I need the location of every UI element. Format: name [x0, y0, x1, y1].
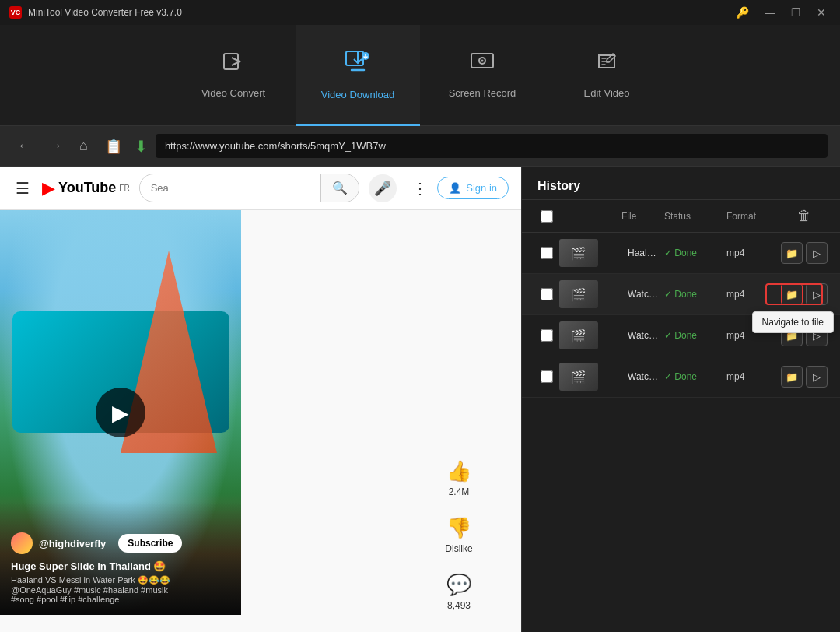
row-4-format: mp4 — [726, 371, 781, 382]
svg-rect-0 — [224, 54, 238, 69]
signin-button[interactable]: 👤 Sign in — [437, 177, 509, 199]
search-button[interactable]: 🔍 — [320, 174, 359, 202]
row-2-navigate-button[interactable]: 📁 — [781, 283, 803, 305]
history-table-header: File Status Format 🗑 — [522, 200, 840, 233]
youtube-header: ☰ ▶ YouTube FR 🔍 🎤 ⋮ 👤 Sign in — [0, 167, 521, 210]
row-3-thumb-inner: 🎬 — [559, 321, 598, 349]
video-download-icon — [344, 47, 372, 81]
row-4-navigate-button[interactable]: 📁 — [781, 366, 803, 388]
row-2-status: ✓ Done — [664, 289, 726, 300]
back-button[interactable]: ← — [12, 135, 36, 157]
screen-record-icon — [470, 49, 495, 79]
comment-count: 8,493 — [447, 600, 471, 611]
nav-screen-record[interactable]: Screen Record — [420, 25, 544, 126]
row-1-thumbnail: 🎬 — [559, 239, 598, 267]
signin-label: Sign in — [466, 182, 497, 194]
row-4-checkbox[interactable] — [541, 370, 553, 383]
edit-video-icon — [594, 49, 619, 79]
nav-video-convert[interactable]: Video Convert — [171, 25, 296, 126]
app-logo: VC — [9, 6, 22, 19]
address-bar: ← → ⌂ 📋 ⬇ — [0, 126, 840, 167]
svg-rect-1 — [346, 51, 363, 65]
minimize-button[interactable]: — — [760, 5, 780, 20]
row-1-status: ✓ Done — [664, 248, 726, 258]
row-1-checkbox-area — [534, 247, 559, 259]
window-controls: 🔑 — ❐ ✕ — [731, 5, 831, 20]
url-input[interactable] — [156, 134, 828, 158]
title-bar: VC MiniTool Video Converter Free v3.7.0 … — [0, 0, 840, 25]
close-button[interactable]: ✕ — [812, 5, 831, 20]
search-box[interactable]: 🔍 — [139, 174, 360, 202]
download-icon[interactable]: ⬇ — [135, 137, 148, 156]
video-tags: Haaland VS Messi in Water Park 🤩😂😂@OneAq… — [11, 575, 230, 604]
youtube-logo: ▶ YouTube FR — [42, 178, 130, 198]
row-3-thumbnail: 🎬 — [559, 321, 598, 349]
table-row: 🎬 Haalan... ✓ Done mp4 📁 ▷ — [522, 233, 840, 274]
key-icon[interactable]: 🔑 — [731, 5, 754, 20]
video-convert-icon — [221, 49, 246, 79]
avatar — [11, 532, 33, 554]
mic-button[interactable]: 🎤 — [369, 174, 397, 202]
nav-video-download-label: Video Download — [321, 89, 394, 100]
row-1-filename: Haalan... — [621, 248, 664, 258]
video-title: Huge Super Slide in Thailand 🤩 — [11, 560, 230, 572]
home-button[interactable]: ⌂ — [75, 135, 93, 157]
dislike-icon: 👎 — [446, 516, 471, 540]
row-1-navigate-button[interactable]: 📁 — [781, 242, 803, 264]
account-icon: 👤 — [449, 182, 461, 194]
row-4-filename: Watch... — [621, 371, 664, 382]
navigate-tooltip: Navigate to file — [752, 311, 834, 333]
row-3-checkbox[interactable] — [541, 329, 553, 342]
main-content: ☰ ▶ YouTube FR 🔍 🎤 ⋮ 👤 Sign in — [0, 167, 840, 632]
browser-pane: ☰ ▶ YouTube FR 🔍 🎤 ⋮ 👤 Sign in — [0, 167, 521, 632]
row-1-checkbox[interactable] — [541, 247, 553, 259]
comment-stat[interactable]: 💬 8,493 — [446, 573, 471, 611]
like-icon: 👍 — [446, 459, 471, 483]
row-2-checkbox[interactable] — [541, 288, 553, 300]
svg-point-7 — [481, 60, 484, 62]
delete-all-icon[interactable]: 🗑 — [797, 208, 811, 224]
more-options-icon[interactable]: ⋮ — [412, 179, 428, 198]
clipboard-button[interactable]: 📋 — [100, 135, 127, 158]
nav-edit-video[interactable]: Edit Video — [544, 25, 669, 126]
row-4-thumb-inner: 🎬 — [559, 363, 598, 391]
row-2-play-button[interactable]: ▷ — [806, 283, 828, 305]
row-2-thumb-inner: 🎬 — [559, 280, 598, 308]
row-1-play-button[interactable]: ▷ — [806, 242, 828, 264]
row-2-actions: 📁 ▷ Navigate to file — [781, 283, 828, 305]
row-2-thumbnail: 🎬 — [559, 280, 598, 308]
menu-icon[interactable]: ☰ — [12, 176, 33, 201]
youtube-logo-icon: ▶ — [42, 178, 55, 198]
row-3-status: ✓ Done — [664, 330, 726, 341]
nav-video-download[interactable]: Video Download — [296, 25, 420, 126]
play-button[interactable]: ▶ — [96, 388, 145, 437]
nav-bar: Video Convert Video Download Screen Reco… — [0, 25, 840, 126]
search-input[interactable] — [140, 176, 321, 200]
app-title: MiniTool Video Converter Free v3.7.0 — [28, 7, 182, 18]
row-4-play-button[interactable]: ▷ — [806, 366, 828, 388]
dislike-stat[interactable]: 👎 Dislike — [445, 516, 472, 554]
history-pane: History File Status Format 🗑 🎬 Haalan... — [521, 167, 840, 632]
table-row: 🎬 Watch... ✓ Done mp4 📁 ▷ Navigate to fi… — [522, 274, 840, 315]
header-checkbox-area — [534, 210, 559, 223]
header-delete: 🗑 — [781, 208, 828, 224]
select-all-checkbox[interactable] — [541, 210, 553, 223]
subscribe-button[interactable]: Subscribe — [118, 534, 182, 553]
restore-button[interactable]: ❐ — [786, 5, 806, 20]
row-4-actions: 📁 ▷ — [781, 366, 828, 388]
header-status: Status — [664, 211, 726, 222]
youtube-logo-text: YouTube — [58, 180, 116, 196]
row-4-checkbox-area — [534, 370, 559, 383]
video-content: ▶ @highdiverfly Subscribe Huge Super Sli… — [0, 210, 521, 632]
history-title: History — [522, 167, 840, 200]
title-bar-left: VC MiniTool Video Converter Free v3.7.0 — [9, 6, 182, 19]
nav-video-convert-label: Video Convert — [201, 87, 265, 99]
like-count: 2.4M — [449, 486, 470, 497]
row-2-format: mp4 — [726, 289, 781, 300]
forward-button[interactable]: → — [44, 135, 67, 157]
like-stat[interactable]: 👍 2.4M — [446, 459, 471, 497]
row-2-checkbox-area — [534, 288, 559, 300]
row-1-format: mp4 — [726, 248, 781, 258]
row-1-thumb-inner: 🎬 — [559, 239, 598, 267]
table-row: 🎬 Watch... ✓ Done mp4 📁 ▷ — [522, 356, 840, 398]
